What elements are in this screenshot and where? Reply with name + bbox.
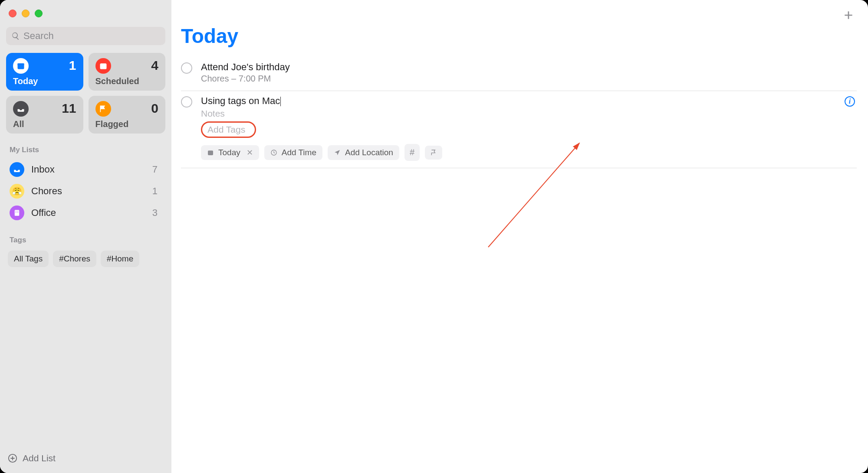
- search-input[interactable]: Search: [6, 27, 165, 45]
- flag-button[interactable]: [425, 146, 442, 160]
- clock-icon: [270, 149, 277, 156]
- smart-count: 11: [62, 101, 76, 116]
- close-window-button[interactable]: [9, 10, 16, 17]
- smart-label: Flagged: [95, 119, 159, 129]
- reminder-subtitle: Chores – 7:00 PM: [201, 74, 857, 84]
- tray-icon: [10, 162, 24, 177]
- smart-label: All: [13, 119, 76, 129]
- reminder-title: Attend Joe's birthday: [201, 62, 857, 73]
- calendar-icon: [95, 58, 111, 74]
- plus-icon: [843, 10, 854, 21]
- tag-chip-chores[interactable]: #Chores: [53, 251, 96, 267]
- list-name: Chores: [31, 186, 152, 197]
- search-icon: [11, 32, 20, 40]
- calendar-today-icon: [13, 58, 29, 74]
- svg-rect-2: [100, 63, 106, 69]
- svg-rect-7: [18, 212, 19, 213]
- search-placeholder: Search: [23, 30, 54, 42]
- notes-input[interactable]: Notes: [201, 108, 845, 119]
- sidebar: Search 1 Today 4 Schedule: [0, 0, 171, 473]
- list-name: Inbox: [31, 164, 152, 175]
- list-count: 1: [152, 186, 158, 197]
- reminder-body: Using tags on Mac Notes Add Tags Today ✕…: [201, 95, 845, 161]
- complete-checkbox[interactable]: [181, 62, 192, 74]
- tag-chip-home[interactable]: #Home: [101, 251, 139, 267]
- flag-icon: [430, 149, 437, 156]
- calendar-icon: [207, 149, 214, 156]
- smart-list-all[interactable]: 11 All: [6, 96, 83, 134]
- date-chip[interactable]: Today ✕: [201, 145, 259, 160]
- smart-label: Scheduled: [95, 76, 159, 86]
- list-chores[interactable]: 😤 Chores 1: [6, 180, 165, 202]
- smart-list-flagged[interactable]: 0 Flagged: [89, 96, 166, 134]
- smart-count: 4: [151, 58, 158, 73]
- new-reminder-button[interactable]: [843, 10, 856, 23]
- smart-count: 1: [69, 58, 76, 73]
- time-chip[interactable]: Add Time: [264, 145, 322, 160]
- building-icon: [10, 206, 24, 220]
- flag-icon: [95, 101, 111, 117]
- location-chip-label: Add Location: [345, 148, 393, 157]
- window-controls: [9, 10, 165, 17]
- minimize-window-button[interactable]: [22, 10, 30, 17]
- svg-rect-6: [16, 212, 16, 213]
- add-list-label: Add List: [23, 453, 56, 463]
- reminder-row-editing[interactable]: Using tags on Mac Notes Add Tags Today ✕…: [181, 91, 857, 168]
- plus-circle-icon: [8, 453, 17, 463]
- list-count: 7: [152, 164, 158, 175]
- hash-icon: #: [410, 147, 414, 157]
- svg-rect-1: [18, 63, 24, 65]
- date-chip-label: Today: [218, 148, 240, 157]
- reminder-row[interactable]: Attend Joe's birthday Chores – 7:00 PM: [181, 57, 857, 91]
- reminder-title-input[interactable]: Using tags on Mac: [201, 95, 281, 107]
- tag-chips: All Tags #Chores #Home: [6, 251, 165, 267]
- smart-count: 0: [151, 101, 158, 116]
- add-tags-input[interactable]: Add Tags: [201, 121, 256, 138]
- svg-rect-5: [18, 211, 19, 212]
- reminder-body: Attend Joe's birthday Chores – 7:00 PM: [201, 62, 857, 84]
- mylists-header: My Lists: [10, 146, 165, 154]
- list-count: 3: [152, 207, 158, 219]
- text-caret: [280, 97, 281, 106]
- svg-rect-13: [208, 150, 213, 155]
- tray-icon: [13, 101, 29, 117]
- time-chip-label: Add Time: [282, 148, 316, 157]
- list-inbox[interactable]: Inbox 7: [6, 159, 165, 180]
- add-list-button[interactable]: Add List: [6, 450, 165, 466]
- list-office[interactable]: Office 3: [6, 202, 165, 224]
- add-tags-placeholder: Add Tags: [207, 124, 245, 134]
- remove-date-button[interactable]: ✕: [247, 148, 253, 157]
- attribute-chips: Today ✕ Add Time Add Location #: [201, 144, 845, 161]
- page-title: Today: [181, 24, 857, 48]
- complete-checkbox[interactable]: [181, 96, 192, 108]
- smart-label: Today: [13, 76, 76, 86]
- list-name: Office: [31, 207, 152, 219]
- fullscreen-window-button[interactable]: [35, 10, 43, 17]
- info-button[interactable]: i: [845, 96, 855, 107]
- smart-list-today[interactable]: 1 Today: [6, 53, 83, 91]
- svg-rect-4: [16, 211, 16, 212]
- emoji-icon: 😤: [10, 184, 24, 199]
- smart-list-scheduled[interactable]: 4 Scheduled: [89, 53, 166, 91]
- svg-rect-3: [15, 210, 20, 216]
- tags-header: Tags: [10, 236, 165, 245]
- location-chip[interactable]: Add Location: [328, 145, 399, 160]
- hash-tag-button[interactable]: #: [404, 144, 420, 161]
- tag-chip-alltags[interactable]: All Tags: [8, 251, 49, 267]
- main-content: Today Attend Joe's birthday Chores – 7:0…: [171, 0, 868, 473]
- smart-lists-grid: 1 Today 4 Scheduled 11: [6, 53, 165, 134]
- reminders-window: Search 1 Today 4 Schedule: [0, 0, 868, 473]
- location-arrow-icon: [334, 149, 341, 156]
